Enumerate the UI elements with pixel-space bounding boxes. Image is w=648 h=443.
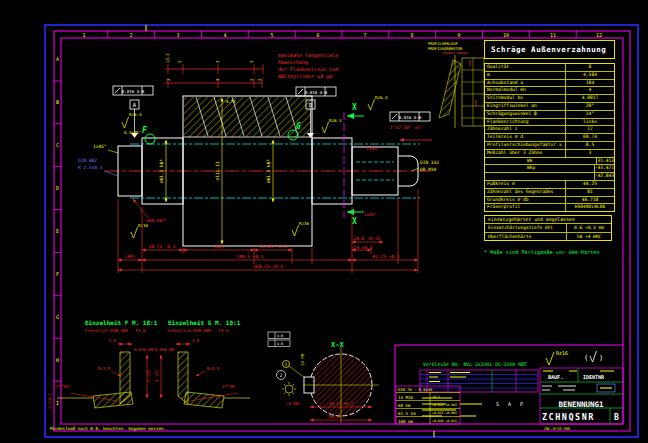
row-value: 44.25 xyxy=(566,181,614,188)
grid-letter: E xyxy=(56,228,59,234)
row-label: Einsatzhärtungstiefe Eht xyxy=(485,224,567,232)
section-key-width: 14 P9 xyxy=(300,353,305,366)
table-row: Profilverschiebungsfaktor x0.5 xyxy=(485,142,614,150)
row-label: Meßzahl über 3 Zähne xyxy=(485,150,566,157)
table-row: Flankenrichtunglinks xyxy=(485,119,614,127)
table-row: m4.584 xyxy=(485,72,614,80)
doc-number: ZBL-0710-300 xyxy=(544,427,570,431)
fcf-2: 0.016 A-B xyxy=(296,87,336,96)
balloon-1-label: 1 xyxy=(285,362,288,367)
top-dim: 13.2 xyxy=(165,53,170,63)
fcf-1: 0.016 A-B xyxy=(113,86,153,95)
table-row: Zähnezahl z17 xyxy=(485,126,614,134)
detail-f-subtitle: Freistich DIN 509 - F1.6 xyxy=(85,328,146,333)
row-label: Schrägungswinkel β xyxy=(485,111,566,118)
undercut-leg-g xyxy=(184,392,224,408)
section-dia-ref: (50.6) xyxy=(327,414,341,419)
detail-label-g: G xyxy=(296,122,301,131)
balloon-leader xyxy=(289,366,305,378)
leader xyxy=(104,171,118,176)
roughness-value: Rz6.3 xyxy=(375,95,388,100)
gear-table-title: Schräge Außenverzahnung xyxy=(484,40,615,59)
row-value: links xyxy=(566,119,614,126)
section-fcf-2: A-B xyxy=(277,342,283,346)
detail-g-subtitle: Freistich DIN 509 - F1.6 xyxy=(168,328,229,333)
table-row: Einsatzhärtungstiefe Eht0.6 +0.3 mm xyxy=(485,224,611,233)
grid-number: 8 xyxy=(410,32,413,38)
runout-icon xyxy=(392,114,397,119)
roughness-value: Rz6.3 xyxy=(129,112,142,117)
section-fcf-1: A-B xyxy=(277,334,283,338)
top-dimension-rows: 13.2 2 3 3 2 3 2 2 xyxy=(165,53,263,88)
top-dim: 3 xyxy=(215,60,220,63)
row-label: Zähnezahl des Gegenrades xyxy=(485,189,566,196)
dia-right-label: ∅61.5 k6* xyxy=(266,159,271,184)
roughness-icon xyxy=(292,225,299,236)
grid-number: 7 xyxy=(363,32,366,38)
detail-g-radius: R=1.5 xyxy=(207,366,220,371)
undercut-note-line1: DIN 482 xyxy=(78,158,97,163)
roughness-value: Rz16 xyxy=(299,221,310,226)
table-row: -42.843 xyxy=(485,173,614,181)
red-note: maximale tangentiale Abweichung der Flan… xyxy=(278,52,338,80)
profile-diagram: PROFILVERLAUF PROFILKORREKTUR xyxy=(428,41,484,128)
datum-a-label: A xyxy=(133,102,137,108)
detail-f-angle: 17°30' xyxy=(56,384,70,389)
table-row: Stirnmodul ms4.0817 xyxy=(485,95,614,103)
paren-open: ( xyxy=(584,354,588,362)
length-dim-texts: 34.73 -0.1 (81) 31.23 -0.1 24.8 +0.15 14… xyxy=(125,236,400,269)
table-row: Oberflächenhärte58 +4 HRC xyxy=(485,233,611,241)
angle-dim-label: 1°37'30" ±5' xyxy=(390,125,423,130)
dim-8225: 82.25 ±0.1 xyxy=(372,254,399,259)
sheet-bottom-note: Mindestmaß nach W.B. beachten. Angaben m… xyxy=(50,426,166,431)
grid-letter: G xyxy=(56,314,59,320)
row-label: Wkp xyxy=(485,165,595,172)
chamfer-left-label: 1x45° xyxy=(93,144,107,149)
top-dim: 3 xyxy=(215,78,220,81)
row-label xyxy=(485,173,595,180)
paren-close: ) xyxy=(599,354,603,362)
fit-nominal: 160 m6 xyxy=(398,419,414,424)
gear-table-rows: Qualität8 m4.584 Achsabstand a184 Normal… xyxy=(484,63,615,212)
detail-view-f: Einzelheit F M. 10:1 Freistich DIN 509 -… xyxy=(48,319,158,408)
table-row: Zähnezahl des Gegenrades81 xyxy=(485,189,614,197)
title-block: Verbleibe NV. NVL 2x290L DG-290b NBT Rz1… xyxy=(395,345,623,431)
table-row: Schrägungswinkel β14° xyxy=(485,111,614,119)
red-note-line4: Wälzzylinder ±4 μm xyxy=(278,73,332,80)
grid-number: 11 xyxy=(550,32,556,38)
grid-letter: B xyxy=(56,99,59,105)
runout-icon xyxy=(298,89,303,94)
roughness-icon xyxy=(322,122,329,133)
fcf-value: 0.016 A-B xyxy=(399,115,422,120)
row-label: Fußkreis ∅ xyxy=(485,181,566,188)
leader xyxy=(108,150,118,153)
sap-field: S A P xyxy=(496,401,526,407)
grid-number: 9 xyxy=(457,32,460,38)
detail-g-angle: 17°30' xyxy=(222,384,236,389)
drawing-sheet: 1 2 3 4 5 6 7 8 9 10 11 12 A B C D E F G… xyxy=(0,0,648,443)
row-value: 0.5 xyxy=(566,142,614,149)
dia-bottom-label: ∅60 k6* xyxy=(146,218,165,223)
row-label: Normalmodul mn xyxy=(485,87,566,94)
tooth-dim-label: 6.74 xyxy=(226,99,236,104)
detail-f-depth: 4.125 xyxy=(146,369,151,382)
detail-circle-f xyxy=(145,134,155,144)
detail-f-width: 2.5 xyxy=(109,338,117,343)
grid-letter: H xyxy=(56,357,59,363)
dim-1495: 149.5 ±0.1 xyxy=(236,254,263,259)
row-label: Stirnmodul ms xyxy=(485,95,566,102)
tooth-flank-band xyxy=(439,60,461,118)
heat-treatment-table: einsatzgehärtet und angelassen Einsatzhä… xyxy=(484,215,612,241)
revision-table xyxy=(420,370,538,392)
row-value: 69.74 xyxy=(566,134,614,141)
row-label: m xyxy=(485,72,566,79)
red-note-line2: Abweichung xyxy=(278,59,308,66)
table-row: Wk31.413 xyxy=(485,158,614,166)
profile-title-2: PROFILKORREKTUR xyxy=(428,46,463,51)
roughness-value: Rz16 xyxy=(138,223,149,228)
row-label: Qualität xyxy=(485,64,566,71)
fits-header: DIN 76 - 0.6x30 xyxy=(398,387,433,392)
fcf-value: 0.016 A-B xyxy=(122,89,145,94)
row-label: Eingriffswinkel αn xyxy=(485,103,566,110)
grid-number: 3 xyxy=(176,32,179,38)
